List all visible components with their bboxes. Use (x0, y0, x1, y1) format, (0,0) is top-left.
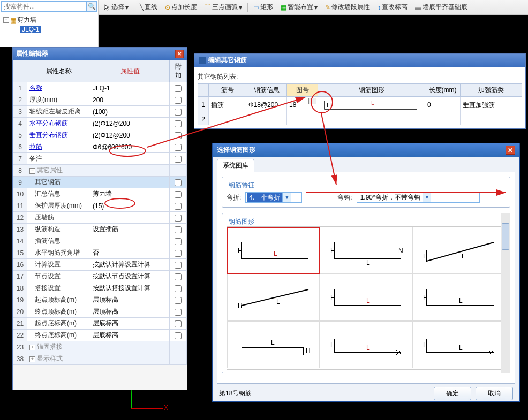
property-row[interactable]: 23+ 锚固搭接 (13, 341, 187, 353)
svg-text:H: H (306, 347, 311, 354)
wall-base-tool[interactable]: ▬墙底平齐基础底 (412, 2, 471, 13)
property-row[interactable]: 38+ 显示样式 (13, 353, 187, 365)
add-checkbox[interactable] (175, 273, 182, 280)
close-icon[interactable]: ✕ (175, 50, 184, 58)
add-checkbox[interactable] (175, 285, 182, 292)
property-row[interactable]: 7备注 (13, 153, 187, 165)
property-row[interactable]: 3轴线距左墙皮距离(100) (13, 106, 187, 118)
property-row[interactable]: 18 搭接设置按默认搭接设置计算 (13, 282, 187, 294)
property-row[interactable]: 10 汇总信息剪力墙 (13, 188, 187, 200)
point-len-tool[interactable]: ⊙点加长度 (162, 2, 200, 13)
component-tree-panel: 🔍 − ▦ 剪力墙 JLQ-1 (0, 0, 99, 47)
rebar-icon (199, 57, 206, 64)
property-row[interactable]: 13 纵筋构造设置插筋 (13, 224, 187, 235)
add-checkbox[interactable] (175, 238, 182, 245)
property-row[interactable]: 12 压墙筋 (13, 212, 187, 224)
add-checkbox[interactable] (175, 320, 182, 327)
add-checkbox[interactable] (175, 250, 182, 257)
shape-option[interactable]: HL (412, 321, 505, 368)
shapes-legend: 钢筋图形 (227, 217, 257, 226)
check-elev-tool[interactable]: ↕查改标高 (374, 2, 411, 13)
add-checkbox[interactable] (175, 215, 182, 222)
property-table: 属性名称属性值附加 1名称JLQ-12厚度(mm)2003轴线距左墙皮距离(10… (13, 60, 187, 365)
svg-text:H: H (423, 294, 428, 302)
shape-option[interactable]: HL (412, 274, 505, 321)
tab-system-library[interactable]: 系统图库 (217, 159, 254, 172)
chevron-down-icon: ▼ (423, 193, 431, 202)
property-row[interactable]: 6拉筋Φ6@600*600 (13, 141, 187, 153)
add-checkbox[interactable] (175, 297, 182, 304)
chevron-down-icon: ▼ (282, 193, 291, 202)
property-row[interactable]: 15 水平钢筋拐角增否 (13, 247, 187, 259)
close-icon[interactable]: ✕ (506, 146, 515, 155)
shape-option[interactable]: HL (320, 321, 412, 368)
select-shape-dialog: 选择钢筋图形 ✕ 系统图库 钢筋特征 弯折: 4.一个弯折▼ 弯钩: 1.90°… (212, 143, 520, 402)
search-button[interactable]: 🔍 (87, 1, 97, 12)
rect-tool[interactable]: ▭矩形 (250, 2, 276, 13)
svg-text:L: L (366, 259, 370, 266)
tree-item-jlq1[interactable]: JLQ-1 (3, 25, 95, 34)
property-row[interactable]: 20 终点顶标高(m)层顶标高 (13, 306, 187, 318)
property-row[interactable]: 9 其它钢筋 (13, 177, 187, 188)
add-checkbox[interactable] (175, 203, 182, 210)
add-checkbox[interactable] (175, 179, 182, 186)
property-row[interactable]: 21 起点底标高(m)层底标高 (13, 318, 187, 330)
svg-text:H: H (423, 341, 428, 349)
footer-label: 第18号钢筋 (219, 389, 252, 398)
hook-combo[interactable]: 1.90°弯折，不带弯钩▼ (357, 192, 480, 203)
modify-wall-tool[interactable]: ✎修改墙段属性 (322, 2, 373, 13)
property-row[interactable]: 5垂直分布钢筋(2)Φ12@200 (13, 129, 187, 141)
add-checkbox[interactable] (175, 332, 182, 339)
property-row[interactable]: 11 保护层厚度(mm)(15) (13, 200, 187, 212)
property-row[interactable]: 19 起点顶标高(m)层顶标高 (13, 294, 187, 306)
browse-button[interactable]: ⋯ (308, 98, 316, 104)
rebar-row[interactable]: 2 (198, 113, 522, 125)
add-checkbox[interactable] (175, 120, 182, 127)
add-checkbox[interactable] (175, 97, 182, 104)
scrollbar[interactable] (501, 213, 510, 373)
shape-option[interactable]: HL (227, 227, 320, 274)
svg-text:L: L (459, 344, 463, 352)
tree-item-wall[interactable]: − ▦ 剪力墙 (3, 15, 95, 25)
svg-text:L: L (274, 250, 277, 257)
add-checkbox[interactable] (175, 226, 182, 233)
rebar-row[interactable]: 1插筋Φ18@20018⋯HL0垂直加强筋 (198, 97, 522, 113)
cancel-button[interactable]: 取消 (476, 387, 513, 400)
svg-text:L: L (459, 297, 463, 304)
rebar-list-label: 其它钢筋列表: (198, 72, 522, 81)
add-checkbox[interactable] (175, 191, 182, 198)
shapes-grid: HL HLN HL HL HL HL LH HL HL (227, 226, 506, 370)
property-editor-title[interactable]: 属性编辑器 ✕ (13, 48, 187, 60)
ok-button[interactable]: 确定 (434, 387, 471, 400)
property-row[interactable]: 16 计算设置按默认计算设置计算 (13, 259, 187, 271)
add-checkbox[interactable] (175, 132, 182, 139)
bend-combo[interactable]: 4.一个弯折▼ (245, 192, 302, 203)
edit-rebar-title[interactable]: 编辑其它钢筋 (194, 54, 525, 67)
add-checkbox[interactable] (175, 309, 182, 316)
add-checkbox[interactable] (175, 262, 182, 269)
shape-option[interactable]: HL (412, 227, 505, 274)
property-row[interactable]: 17 节点设置按默认节点设置计算 (13, 271, 187, 282)
shape-option[interactable]: HL (320, 274, 412, 321)
shape-option[interactable]: LH (227, 321, 320, 368)
svg-text:L: L (366, 344, 370, 352)
property-row[interactable]: 22 终点底标高(m)层底标高 (13, 330, 187, 341)
smart-tool[interactable]: ▦智能布置 ▾ (277, 2, 321, 13)
search-input[interactable] (1, 1, 87, 12)
shape-option[interactable]: HLN (320, 227, 412, 274)
add-checkbox[interactable] (175, 85, 182, 92)
property-row[interactable]: 8− 其它属性 (13, 165, 187, 177)
property-row[interactable]: 1名称JLQ-1 (13, 82, 187, 94)
select-tool[interactable]: 选择 ▾ (101, 2, 132, 13)
edit-rebar-window: 编辑其它钢筋 其它钢筋列表: 筋号 钢筋信息 图号 钢筋图形 长度(mm) 加强… (194, 53, 526, 129)
add-checkbox[interactable] (175, 109, 182, 116)
arc3-tool[interactable]: ⌒三点画弧 ▾ (201, 2, 245, 13)
property-row[interactable]: 14 插筋信息 (13, 235, 187, 247)
add-checkbox[interactable] (175, 156, 182, 163)
property-row[interactable]: 4水平分布钢筋(2)Φ12@200 (13, 118, 187, 129)
shape-option[interactable]: HL (227, 274, 320, 321)
property-row[interactable]: 2厚度(mm)200 (13, 94, 187, 106)
line-tool[interactable]: ╲ 直线 (137, 2, 161, 13)
dialog-title[interactable]: 选择钢筋图形 ✕ (213, 143, 519, 157)
add-checkbox[interactable] (175, 144, 182, 151)
